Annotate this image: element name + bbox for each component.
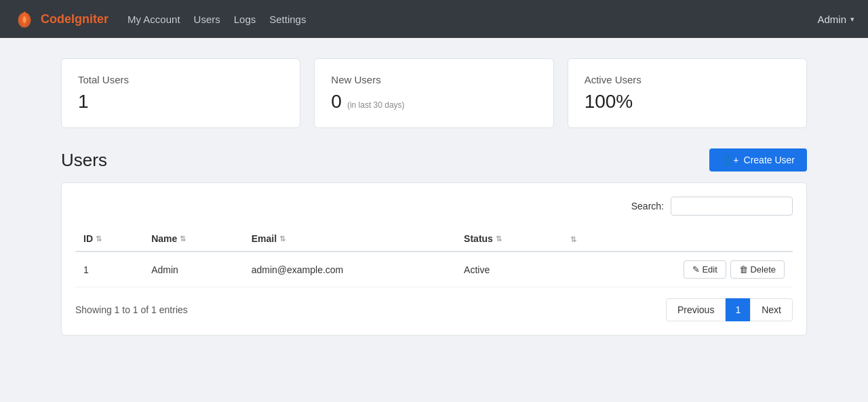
edit-icon: ✎ <box>692 264 700 275</box>
table-body: 1 Admin admin@example.com Active ✎ Edit … <box>75 252 793 287</box>
edit-button[interactable]: ✎ Edit <box>684 260 726 279</box>
status-sort-icon: ⇅ <box>496 235 502 243</box>
delete-label: Delete <box>750 264 776 275</box>
brand-name: CodeIgniter <box>41 12 108 26</box>
flame-icon <box>14 8 35 30</box>
pagination-row: Showing 1 to 1 of 1 entries Previous 1 N… <box>75 298 793 321</box>
chevron-down-icon[interactable]: ▾ <box>850 15 854 24</box>
new-users-label: New Users <box>331 74 536 85</box>
col-email-sort: Email ⇅ <box>252 233 285 244</box>
row-name: Admin <box>143 252 243 287</box>
main-content: Total Users 1 New Users 0(in last 30 day… <box>47 38 821 356</box>
stat-active-users: Active Users 100% <box>568 58 807 128</box>
brand-logo[interactable]: CodeIgniter <box>14 8 108 30</box>
users-table: ID ⇅ Name ⇅ Email ⇅ <box>75 226 793 287</box>
new-users-number: 0 <box>331 91 342 112</box>
actions-sort-icon: ⇅ <box>570 235 576 243</box>
col-id-header[interactable]: ID ⇅ <box>75 226 143 252</box>
col-email-label: Email <box>252 233 277 244</box>
showing-text: Showing 1 to 1 of 1 entries <box>75 304 188 315</box>
row-email: admin@example.com <box>243 252 456 287</box>
create-user-button[interactable]: 👤+ Create User <box>709 148 807 172</box>
search-row: Search: <box>75 197 793 216</box>
actions-cell: ✎ Edit 🗑 Delete <box>570 260 785 279</box>
search-input[interactable] <box>671 197 793 216</box>
col-status-header[interactable]: Status ⇅ <box>456 226 562 252</box>
new-users-value: 0(in last 30 days) <box>331 91 536 113</box>
edit-label: Edit <box>702 264 717 275</box>
next-button[interactable]: Next <box>750 298 793 321</box>
total-users-value: 1 <box>78 91 283 113</box>
row-id: 1 <box>75 252 143 287</box>
navbar-left: CodeIgniter My Account Users Logs Settin… <box>14 8 306 30</box>
nav-settings[interactable]: Settings <box>269 14 306 25</box>
col-actions-header: ⇅ <box>562 226 793 252</box>
users-title: Users <box>61 150 107 171</box>
total-users-label: Total Users <box>78 74 283 85</box>
col-status-sort: Status ⇅ <box>464 233 502 244</box>
col-name-label: Name <box>151 233 177 244</box>
col-name-sort: Name ⇅ <box>151 233 186 244</box>
active-users-label: Active Users <box>585 74 790 85</box>
table-card: Search: ID ⇅ Name ⇅ <box>61 182 807 336</box>
stat-new-users: New Users 0(in last 30 days) <box>314 58 553 128</box>
previous-button[interactable]: Previous <box>666 298 726 321</box>
row-status: Active <box>456 252 562 287</box>
table-row: 1 Admin admin@example.com Active ✎ Edit … <box>75 252 793 287</box>
active-users-value: 100% <box>585 91 790 113</box>
col-status-label: Status <box>464 233 493 244</box>
pagination-buttons: Previous 1 Next <box>666 298 793 321</box>
search-label: Search: <box>631 201 664 212</box>
delete-button[interactable]: 🗑 Delete <box>730 260 785 279</box>
col-id-label: ID <box>83 233 93 244</box>
current-page-button[interactable]: 1 <box>726 298 750 321</box>
stats-row: Total Users 1 New Users 0(in last 30 day… <box>61 58 807 128</box>
row-actions: ✎ Edit 🗑 Delete <box>562 252 793 287</box>
admin-label: Admin <box>817 14 846 25</box>
nav-users[interactable]: Users <box>194 14 220 25</box>
stat-total-users: Total Users 1 <box>61 58 300 128</box>
new-users-sub: (in last 30 days) <box>347 100 405 110</box>
nav-logs[interactable]: Logs <box>234 14 256 25</box>
users-section-header: Users 👤+ Create User <box>61 148 807 172</box>
navbar: CodeIgniter My Account Users Logs Settin… <box>0 0 868 38</box>
email-sort-icon: ⇅ <box>279 235 285 243</box>
nav-links: My Account Users Logs Settings <box>127 14 306 25</box>
id-sort-icon: ⇅ <box>96 235 102 243</box>
col-name-header[interactable]: Name ⇅ <box>143 226 243 252</box>
create-user-label: Create User <box>744 155 795 165</box>
navbar-right: Admin ▾ <box>817 14 854 25</box>
trash-icon: 🗑 <box>739 264 748 275</box>
name-sort-icon: ⇅ <box>180 235 186 243</box>
create-user-icon: 👤+ <box>722 155 738 165</box>
col-email-header[interactable]: Email ⇅ <box>243 226 456 252</box>
nav-my-account[interactable]: My Account <box>127 14 180 25</box>
table-header-row: ID ⇅ Name ⇅ Email ⇅ <box>75 226 793 252</box>
col-id-sort: ID ⇅ <box>83 233 102 244</box>
